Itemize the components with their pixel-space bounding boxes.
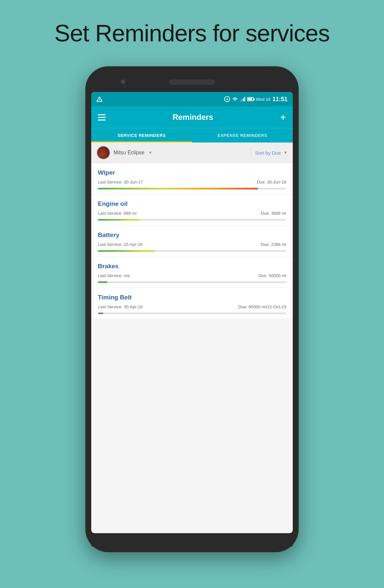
phone-mockup: ! + [0,60,384,552]
progress-bar-engine-oil [98,219,139,221]
svg-rect-3 [242,99,243,101]
svg-rect-2 [240,100,241,101]
filter-divider [251,148,251,158]
svg-rect-5 [245,97,245,101]
service-meta-engine-oil: Last Service: 689 mi Due: 3689 mi [98,211,286,216]
page-title: Set Reminders for services [0,0,384,60]
last-service-wiper: Last Service: 30-Jun-17 [98,180,143,185]
phone-screen: ! + [91,92,293,533]
status-bar: ! + [91,92,293,106]
svg-rect-4 [243,98,244,101]
service-item-battery[interactable]: Battery Last Service: 25-Apr-18 Due: 238… [91,226,293,257]
service-name-brakes: Brakes [98,263,118,270]
due-wiper: Due: 30-Jun-18 [257,180,286,185]
battery-icon [247,97,254,101]
app-bar: Reminders + [91,106,293,128]
progress-bar-timing-belt [98,313,103,314]
warning-icon: ! [96,97,102,102]
hamburger-line-3 [98,120,106,120]
due-brakes: Due: 50000 mi [258,273,286,278]
service-meta-timing-belt: Last Service: 30-Apr-18 Due: 80000 mi/21… [98,304,286,309]
last-service-brakes: Last Service: n/a [98,273,130,278]
sort-selector[interactable]: Sort by Due ▼ [255,150,288,156]
progress-bar-container-brakes [98,281,286,283]
hamburger-line-2 [98,117,106,118]
app-bar-title: Reminders [173,113,213,122]
phone-body: ! + [85,66,299,552]
progress-bar-container-battery [98,250,286,252]
status-left: ! [96,97,102,102]
vehicle-dropdown-arrow-icon: ▼ [148,150,152,155]
service-meta-brakes: Last Service: n/a Due: 50000 mi [98,273,286,278]
service-item-engine-oil[interactable]: Engine oil Last Service: 689 mi Due: 368… [91,194,293,226]
service-meta-wiper: Last Service: 30-Jun-17 Due: 30-Jun-18 [98,180,286,185]
wifi-icon [232,97,238,101]
progress-bar-container-engine-oil [98,219,286,221]
progress-bar-container-timing-belt [98,313,286,314]
circle-plus-icon: + [224,96,230,102]
vehicle-selector[interactable]: Mitsu Eclipse ▼ [96,146,247,160]
service-name-battery: Battery [98,231,119,239]
service-name-engine-oil: Engine oil [98,200,128,207]
last-service-battery: Last Service: 25-Apr-18 [98,242,143,247]
service-name-timing-belt: Timing Belt [98,294,132,301]
last-service-engine-oil: Last Service: 689 mi [98,211,137,216]
service-item-header-battery: Battery [98,231,286,239]
vehicle-avatar [96,146,110,160]
status-date: Wed 18 [256,97,270,102]
phone-bottom [91,533,293,546]
service-item-header: Wiper [98,169,286,176]
sort-dropdown-arrow-icon: ▼ [284,150,288,155]
progress-bar-wiper [98,188,258,189]
service-item-header-brakes: Brakes [98,263,286,270]
service-item-header-engine: Engine oil [98,200,286,207]
status-time: 11:51 [272,96,288,103]
service-item-wiper[interactable]: Wiper Last Service: 30-Jun-17 Due: 30-Ju… [91,163,293,194]
due-timing-belt: Due: 80000 mi/21-Oct-23 [238,304,286,309]
service-name-wiper: Wiper [98,169,115,176]
sort-label: Sort by Due [255,150,281,156]
hamburger-menu-button[interactable] [98,114,106,120]
add-reminder-button[interactable]: + [280,112,286,122]
due-engine-oil: Due: 3689 mi [261,211,286,216]
signal-icon [240,97,245,101]
progress-bar-brakes [98,281,107,283]
progress-bar-container-wiper [98,188,286,189]
filter-bar: Mitsu Eclipse ▼ Sort by Due ▼ [91,142,293,163]
phone-camera [121,79,125,84]
phone-top-bar [91,72,293,92]
progress-bar-battery [98,250,154,252]
hamburger-line-1 [98,114,106,115]
service-item-header-timing: Timing Belt [98,294,286,301]
tab-expense-reminders[interactable]: EXPENSE REMINDERS [192,128,293,142]
due-battery: Due: 2386 mi [261,242,286,247]
last-service-timing-belt: Last Service: 30-Apr-18 [98,304,143,309]
service-list: Wiper Last Service: 30-Jun-17 Due: 30-Ju… [91,163,293,319]
service-meta-battery: Last Service: 25-Apr-18 Due: 2386 mi [98,242,286,247]
tabs-container: SERVICE REMINDERS EXPENSE REMINDERS [91,128,293,142]
status-right: + [224,96,288,103]
phone-speaker [169,79,215,85]
vehicle-name-label: Mitsu Eclipse [114,150,144,156]
tab-service-reminders[interactable]: SERVICE REMINDERS [91,128,192,142]
service-item-brakes[interactable]: Brakes Last Service: n/a Due: 50000 mi [91,257,293,288]
svg-text:!: ! [99,98,100,101]
service-item-timing-belt[interactable]: Timing Belt Last Service: 30-Apr-18 Due:… [91,288,293,319]
